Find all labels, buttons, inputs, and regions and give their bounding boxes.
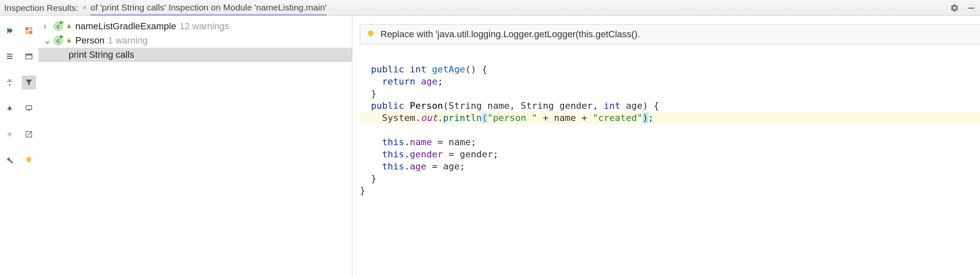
- export-icon[interactable]: [22, 127, 36, 141]
- leaf-label: print String calls: [69, 49, 134, 60]
- intention-bulb-icon[interactable]: [22, 153, 36, 167]
- code-token: ;: [648, 113, 654, 123]
- tree-node-project[interactable]: › c nameListGradleExample 12 warnings: [38, 19, 352, 33]
- code-token: System.: [382, 113, 421, 123]
- svg-rect-4: [29, 31, 32, 34]
- settings-wrench-icon[interactable]: [3, 153, 17, 167]
- code-token: public: [371, 100, 404, 111]
- warning-count: 1 warning: [108, 35, 148, 46]
- gear-icon[interactable]: [950, 3, 959, 13]
- node-label: Person: [75, 35, 105, 46]
- code-token: getAge: [432, 64, 465, 74]
- autoscroll-icon[interactable]: [22, 101, 36, 115]
- code-token: this: [382, 149, 404, 159]
- code-token: return: [382, 76, 415, 87]
- lock-icon: [66, 23, 72, 29]
- expand-all-icon[interactable]: [3, 49, 17, 64]
- panel-title: Inspection Results:: [4, 3, 78, 13]
- code-token: }: [371, 88, 377, 99]
- quickfix-suggestion[interactable]: Replace with 'java.util.logging.Logger.g…: [360, 24, 980, 44]
- code-token: = gender;: [443, 149, 498, 159]
- code-token: "created": [593, 113, 642, 123]
- class-icon: c: [54, 36, 63, 45]
- svg-rect-0: [968, 8, 975, 9]
- code-token: int: [604, 100, 621, 111]
- module-icon[interactable]: [22, 49, 36, 64]
- code-preview-panel: Replace with 'java.util.logging.Logger.g…: [352, 16, 980, 277]
- code-token: = age;: [426, 161, 465, 172]
- tab-label[interactable]: of 'print String calls' Inspection on Mo…: [90, 3, 327, 15]
- code-token: age: [421, 76, 438, 87]
- node-label: nameListGradleExample: [75, 21, 176, 32]
- code-token: age) {: [621, 100, 659, 111]
- svg-rect-3: [26, 31, 28, 34]
- code-token: .: [404, 149, 410, 159]
- rerun-icon[interactable]: [3, 23, 17, 38]
- tree-leaf-issue[interactable]: print String calls: [38, 48, 352, 62]
- code-token: = name;: [432, 137, 476, 147]
- collapse-all-icon[interactable]: [3, 75, 17, 90]
- lock-icon: [66, 38, 72, 44]
- code-token: () {: [465, 64, 487, 74]
- toolbar-left-1: [0, 16, 19, 277]
- svg-rect-2: [29, 27, 32, 30]
- code-token: }: [360, 185, 365, 196]
- close-tab-icon[interactable]: ×: [82, 3, 87, 12]
- class-icon: c: [54, 22, 63, 31]
- code-token: ;: [437, 76, 443, 87]
- code-token: (: [482, 113, 487, 123]
- code-token: .: [404, 137, 410, 147]
- panel-header: Inspection Results: × of 'print String c…: [0, 0, 980, 16]
- code-token: name: [410, 137, 432, 147]
- code-token: (String name, String gender,: [443, 100, 604, 111]
- chevron-right-icon: ›: [44, 21, 50, 32]
- code-editor[interactable]: public int getAge() { return age; } publ…: [352, 51, 980, 277]
- minimize-icon[interactable]: [967, 3, 976, 13]
- code-token: }: [371, 173, 377, 184]
- code-token: + name +: [537, 113, 593, 123]
- group-by-icon[interactable]: [22, 23, 36, 38]
- code-token: age: [410, 161, 426, 172]
- code-token: public: [371, 64, 404, 74]
- tree-node-class[interactable]: ⌄ c Person 1 warning: [38, 33, 352, 48]
- code-token: .: [437, 113, 443, 123]
- prev-occurrence-icon[interactable]: [3, 101, 17, 115]
- chevron-down-icon: ⌄: [44, 35, 50, 46]
- code-token: gender: [410, 149, 443, 159]
- code-token: int: [410, 64, 426, 74]
- toolbar-left-2: [19, 16, 38, 277]
- quickfix-text: Replace with 'java.util.logging.Logger.g…: [380, 29, 640, 40]
- code-token: "person ": [487, 113, 537, 123]
- warning-count: 12 warnings: [180, 21, 229, 32]
- svg-rect-1: [26, 27, 28, 30]
- code-token: this: [382, 137, 404, 147]
- next-occurrence-icon[interactable]: [3, 127, 17, 141]
- code-token: .: [404, 161, 410, 172]
- bulb-icon: [366, 30, 375, 39]
- code-token: ): [643, 113, 648, 123]
- inspection-tree: › c nameListGradleExample 12 warnings ⌄ …: [38, 16, 352, 277]
- code-token: println: [443, 113, 482, 123]
- svg-rect-6: [26, 54, 32, 55]
- code-token: out: [421, 113, 438, 123]
- filter-icon[interactable]: [22, 75, 36, 90]
- code-token: this: [382, 161, 404, 172]
- code-token: Person: [410, 100, 443, 111]
